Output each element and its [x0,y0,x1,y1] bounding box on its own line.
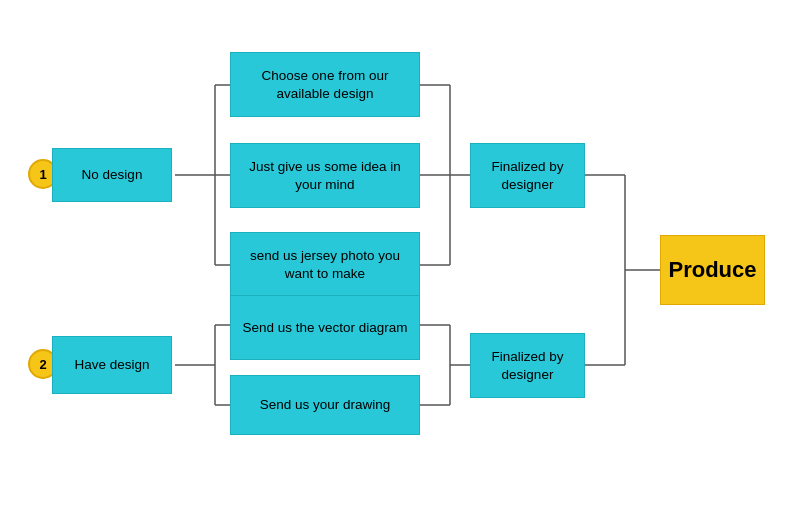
option-vector-diagram-box: Send us the vector diagram [230,295,420,360]
option-drawing-box: Send us your drawing [230,375,420,435]
produce-box: Produce [660,235,765,305]
no-design-box: No design [52,148,172,202]
finalized-by-designer-2-box: Finalized by designer [470,333,585,398]
have-design-box: Have design [52,336,172,394]
option-jersey-photo-box: send us jersey photo you want to make [230,232,420,297]
diagram: 1 No design Choose one from our availabl… [0,0,800,517]
option-idea-box: Just give us some idea in your mind [230,143,420,208]
option-choose-design-box: Choose one from our available design [230,52,420,117]
finalized-by-designer-1-box: Finalized by designer [470,143,585,208]
